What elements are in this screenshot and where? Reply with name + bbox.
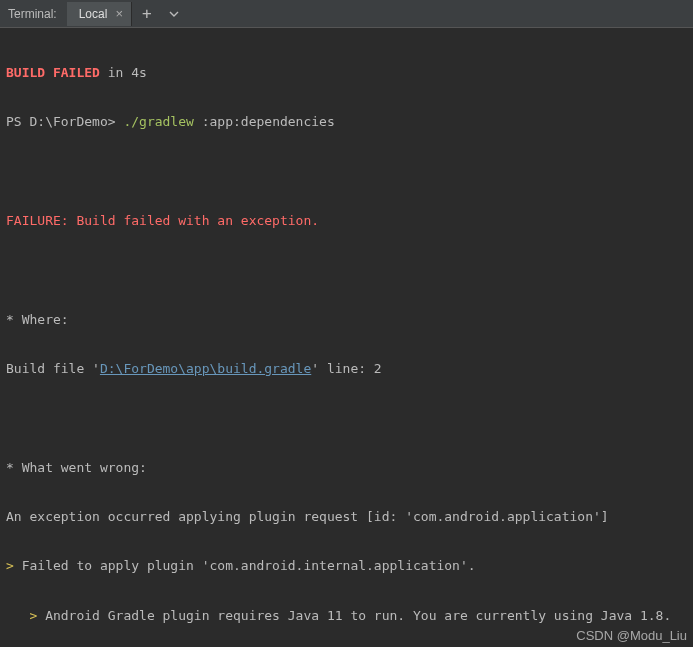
- terminal-tab-local[interactable]: Local ×: [67, 2, 132, 26]
- failed-plugin-text: Failed to apply plugin 'com.android.inte…: [22, 558, 476, 573]
- shell-prompt: PS D:\ForDemo>: [6, 114, 123, 129]
- command-text: ./gradlew: [123, 114, 193, 129]
- watermark-text: CSDN @Modu_Liu: [576, 628, 687, 643]
- add-tab-button[interactable]: +: [132, 6, 162, 22]
- java-req-line: > Android Gradle plugin requires Java 11…: [6, 604, 687, 629]
- blank-line: [6, 258, 687, 283]
- build-file-line: Build file 'D:\ForDemo\app\build.gradle'…: [6, 357, 687, 382]
- build-failed-text: BUILD FAILED: [6, 65, 100, 80]
- build-file-prefix: Build file ': [6, 361, 100, 376]
- wrong-header: * What went wrong:: [6, 456, 687, 481]
- blank-line: [6, 159, 687, 184]
- terminal-tab-label: Local: [79, 7, 108, 21]
- terminal-panel-label: Terminal:: [0, 1, 67, 27]
- failure-header: FAILURE: Build failed with an exception.: [6, 209, 687, 234]
- build-time-text: in 4s: [100, 65, 147, 80]
- build-file-link[interactable]: D:\ForDemo\app\build.gradle: [100, 361, 311, 376]
- java-req-text: Android Gradle plugin requires Java 11 t…: [45, 608, 671, 623]
- terminal-tab-bar: Terminal: Local × +: [0, 0, 693, 28]
- where-header: * Where:: [6, 308, 687, 333]
- prompt-line: PS D:\ForDemo> ./gradlew :app:dependenci…: [6, 110, 687, 135]
- blank-line: [6, 406, 687, 431]
- failed-plugin-line: > Failed to apply plugin 'com.android.in…: [6, 554, 687, 579]
- build-failed-line: BUILD FAILED in 4s: [6, 61, 687, 86]
- command-args: :app:dependencies: [194, 114, 335, 129]
- close-icon[interactable]: ×: [115, 7, 123, 20]
- exception-line: An exception occurred applying plugin re…: [6, 505, 687, 530]
- build-file-suffix: ' line: 2: [311, 361, 381, 376]
- gt-marker: >: [6, 608, 45, 623]
- terminal-output[interactable]: BUILD FAILED in 4s PS D:\ForDemo> ./grad…: [0, 28, 693, 647]
- chevron-down-icon: [168, 8, 180, 20]
- tab-dropdown-button[interactable]: [162, 8, 186, 20]
- gt-marker: >: [6, 558, 22, 573]
